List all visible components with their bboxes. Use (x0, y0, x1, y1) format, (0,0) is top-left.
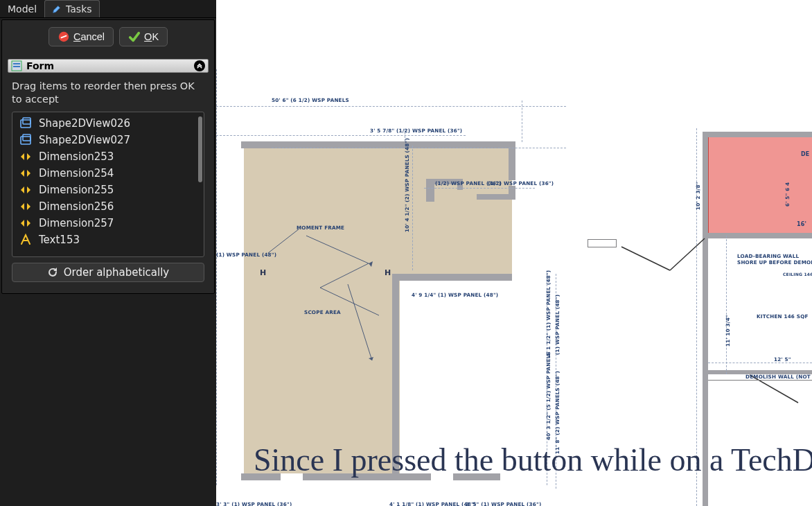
dim-label: 4' 9 1/4" (1) WSP PANEL (48") (412, 292, 498, 298)
dim-label: 16' (797, 221, 806, 227)
dim-line (708, 363, 812, 363)
list-item-label: Text153 (39, 234, 80, 246)
dim-line (522, 101, 522, 142)
svg-line-9 (621, 247, 670, 270)
annotation-label: DE (801, 151, 810, 157)
svg-rect-3 (13, 63, 20, 64)
caption-overlay: Since I pressed the button while on a Te… (254, 442, 812, 478)
ok-button[interactable]: OK (119, 27, 168, 46)
scrollbar-thumb[interactable] (198, 116, 202, 182)
list-item-label: Dimension255 (39, 184, 114, 196)
dim-line (216, 69, 217, 485)
dim-label: 10' 2 3/8" (695, 182, 701, 210)
line (708, 380, 812, 381)
annotation-label: CEILING 146' 0" (783, 272, 812, 277)
dim-icon (19, 200, 32, 213)
tab-label: Tasks (66, 3, 92, 15)
text-icon (19, 234, 32, 246)
form-icon (11, 60, 22, 71)
wall (505, 274, 512, 281)
dim-label: 10' 4 1/2" (2) WSP PANELS (48") (404, 138, 410, 232)
list-item[interactable]: Dimension256 (12, 198, 204, 215)
dim-label: (1) WSP PANEL (48") (216, 252, 256, 258)
dim-label: 3' 5" (1) WSP PANEL (36") (466, 501, 541, 506)
dim-label: (1) WSP PANEL (48") (554, 295, 561, 355)
list-item[interactable]: Shape2DView026 (12, 115, 204, 132)
shape-icon (19, 134, 32, 146)
order-alpha-button[interactable]: Order alphabetically (12, 263, 204, 282)
dim-line (726, 236, 727, 374)
list-item-label: Dimension253 (39, 150, 114, 163)
list-item[interactable]: Text153 (12, 232, 204, 248)
annotation-label: LOAD-BEARING WALL (737, 253, 799, 259)
list-item-label: Dimension256 (39, 200, 114, 213)
svg-rect-4 (13, 66, 20, 67)
collapse-icon[interactable] (194, 60, 205, 71)
svg-rect-6 (23, 118, 30, 124)
h-marker: H (260, 268, 266, 277)
list-item-label: Dimension254 (39, 167, 114, 180)
wall (392, 274, 510, 281)
dim-label: 3' 3" (1) WSP PANEL (36") (216, 501, 292, 506)
refresh-icon (47, 267, 58, 278)
wall (477, 194, 515, 200)
dim-icon (19, 150, 32, 163)
dim-label: 12' 5" (774, 356, 791, 363)
dim-label: 3' 5 7/8" (1/2) WSP PANEL (36") (370, 128, 462, 134)
plan-fill-mid (398, 144, 512, 279)
door-swing (604, 229, 743, 277)
cancel-button[interactable]: Cancel (48, 27, 114, 46)
dim-line (272, 148, 566, 148)
tab-model[interactable]: Model (0, 0, 44, 17)
dim-icon (19, 217, 32, 229)
dim-label: 50' 6" (6 1/2) WSP PANELS (272, 97, 349, 103)
task-sidebar: Model Tasks Cancel (0, 0, 216, 506)
form-hint: Drag items to reorder then press OK to a… (12, 80, 204, 106)
dim-label: 6' 5" 6 4 (784, 182, 791, 207)
sidebar-tabs: Model Tasks (0, 0, 216, 18)
list-item-label: Dimension257 (39, 217, 114, 229)
dim-label: 40' 3 1/2" (5 1/2) WSP PANELS (545, 351, 551, 440)
dim-label: 4' 1 1/8" (1) WSP PANEL (48") (389, 501, 476, 506)
dim-line (216, 135, 466, 136)
svg-line-10 (670, 238, 705, 270)
reorder-list[interactable]: Shape2DView026 Shape2DView027 Dimension2… (12, 112, 204, 257)
svg-rect-8 (23, 134, 30, 141)
form-header[interactable]: Form (8, 59, 209, 73)
dim-line (412, 146, 413, 270)
cancel-icon (58, 30, 70, 43)
dim-label: 11' 10 3/4" (725, 315, 731, 347)
form-title: Form (26, 60, 54, 71)
tab-label: Model (8, 3, 37, 15)
annotation-label: KITCHEN 146 SQF (757, 313, 809, 320)
list-item[interactable]: Dimension257 (12, 215, 204, 232)
dim-icon (19, 167, 32, 180)
annotation-label: DEMOLISH WALL (NOT LOAD BE (745, 374, 812, 380)
ok-label-rest: K (152, 31, 159, 42)
list-item-label: Shape2DView026 (39, 117, 130, 130)
dim-line (216, 106, 566, 107)
annotation-arrows (265, 222, 403, 367)
order-alpha-label: Order alphabetically (64, 266, 169, 279)
list-item[interactable]: Dimension254 (12, 165, 204, 182)
list-item[interactable]: Dimension255 (12, 182, 204, 198)
annotation-label: SCOPE AREA (304, 309, 341, 315)
drawing-canvas[interactable]: H H 50' 6" (6 1/2) WSP PANELS 3' 5 7/8" … (216, 0, 812, 506)
list-item[interactable]: Dimension253 (12, 148, 204, 165)
dim-icon (19, 184, 32, 196)
h-marker: H (385, 268, 391, 277)
tab-tasks[interactable]: Tasks (44, 0, 100, 17)
pencil-icon (52, 4, 62, 14)
list-item[interactable]: Shape2DView027 (12, 132, 204, 148)
wall (703, 132, 812, 137)
dim-label: 4' 1 1/2" (1) WSP PANEL (48") (545, 270, 551, 357)
annotation-label: SHORE UP BEFORE DEMOLISHING (737, 259, 812, 265)
task-panel: Cancel OK Form (1, 19, 215, 294)
dim-line (424, 188, 535, 189)
shape-icon (19, 117, 32, 130)
annotation-label: MOMENT FRAME (297, 225, 344, 231)
cancel-label-rest: ancel (80, 31, 105, 42)
dim-label: (1/2) WSP PANEL (36") (488, 180, 554, 186)
list-item-label: Shape2DView027 (39, 134, 130, 146)
check-icon (128, 30, 141, 43)
